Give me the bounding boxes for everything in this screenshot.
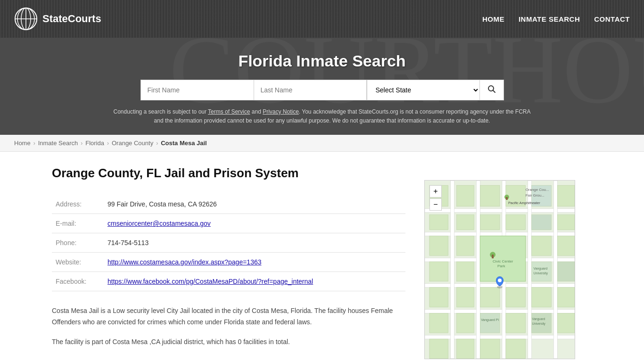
disclaimer-text: Conducting a search is subject to our Te… xyxy=(110,107,534,125)
svg-rect-56 xyxy=(506,313,526,333)
svg-rect-50 xyxy=(532,288,552,307)
svg-text:Park: Park xyxy=(497,264,505,268)
svg-text:University: University xyxy=(532,322,546,326)
svg-rect-31 xyxy=(429,236,448,256)
address-label: Address: xyxy=(52,195,104,214)
address-row: Address: 99 Fair Drive, Costa mesa, CA 9… xyxy=(52,195,405,214)
phone-value: 714-754-5113 xyxy=(104,233,405,253)
address-value: 99 Fair Drive, Costa mesa, CA 92626 xyxy=(104,195,405,214)
email-label: E-mail: xyxy=(52,214,104,233)
svg-rect-9 xyxy=(425,232,575,236)
phone-label: Phone: xyxy=(52,233,104,253)
svg-rect-60 xyxy=(557,313,575,333)
map-controls: + − xyxy=(429,185,442,211)
facebook-row: Facebook: https://www.facebook.com/pg/Co… xyxy=(52,272,405,291)
content-left: Orange County, FL Jail and Prison System… xyxy=(0,152,424,362)
zoom-in-button[interactable]: + xyxy=(429,185,442,197)
svg-line-6 xyxy=(493,90,495,93)
svg-rect-32 xyxy=(457,236,474,256)
breadcrumb-home[interactable]: Home xyxy=(14,140,31,147)
svg-rect-52 xyxy=(429,313,448,333)
svg-rect-39 xyxy=(557,236,575,256)
breadcrumb-sep-4: › xyxy=(156,140,158,147)
svg-rect-29 xyxy=(532,215,552,230)
svg-rect-14 xyxy=(451,181,454,359)
svg-rect-54 xyxy=(480,313,500,333)
svg-rect-18 xyxy=(553,181,557,359)
svg-rect-8 xyxy=(425,209,575,213)
breadcrumb-sep-2: › xyxy=(81,140,83,147)
website-link[interactable]: http://www.costamesaca.gov/index.aspx?pa… xyxy=(107,258,261,266)
svg-rect-26 xyxy=(457,215,474,230)
breadcrumb-inmate-search[interactable]: Inmate Search xyxy=(38,140,78,147)
svg-rect-49 xyxy=(506,288,526,307)
facility-title: Orange County, FL Jail and Prison System xyxy=(52,166,405,181)
website-label: Website: xyxy=(52,253,104,272)
svg-rect-20 xyxy=(457,186,474,207)
svg-rect-12 xyxy=(425,310,575,313)
svg-rect-40 xyxy=(429,262,448,281)
svg-rect-37 xyxy=(492,255,494,259)
svg-rect-38 xyxy=(532,236,552,256)
svg-rect-53 xyxy=(457,313,474,333)
email-link[interactable]: cmseniorcenter@costamesaca.gov xyxy=(107,220,211,227)
privacy-link[interactable]: Privacy Notice xyxy=(263,108,299,115)
svg-rect-48 xyxy=(480,288,500,307)
phone-row: Phone: 714-754-5113 xyxy=(52,233,405,253)
svg-rect-61 xyxy=(429,339,448,359)
first-name-input[interactable] xyxy=(140,80,254,100)
header: StateCourts HOME INMATE SEARCH CONTACT xyxy=(0,0,644,38)
last-name-input[interactable] xyxy=(254,80,367,100)
main-content: Orange County, FL Jail and Prison System… xyxy=(0,152,644,362)
facebook-link[interactable]: https://www.facebook.com/pg/CostaMesaPD/… xyxy=(107,278,313,285)
nav-inmate-search[interactable]: INMATE SEARCH xyxy=(519,15,580,23)
breadcrumb-florida[interactable]: Florida xyxy=(85,140,104,147)
search-icon xyxy=(487,85,496,93)
svg-rect-21 xyxy=(480,186,500,207)
zoom-out-button[interactable]: − xyxy=(429,198,442,211)
map-svg: Civic Center Park Vanguard University xyxy=(425,181,575,359)
svg-rect-15 xyxy=(476,181,480,359)
svg-rect-62 xyxy=(457,339,474,359)
content-right: Civic Center Park Vanguard University xyxy=(424,152,580,362)
breadcrumb-orange-county[interactable]: Orange County xyxy=(112,140,153,147)
terms-link[interactable]: Terms of Service xyxy=(208,108,250,115)
svg-text:Vanguard: Vanguard xyxy=(532,318,545,321)
svg-rect-24 xyxy=(557,186,575,207)
breadcrumb: Home › Inmate Search › Florida › Orange … xyxy=(0,135,644,152)
main-nav: HOME INMATE SEARCH CONTACT xyxy=(482,15,630,23)
svg-rect-25 xyxy=(429,215,448,230)
svg-rect-46 xyxy=(429,288,448,307)
description-1: Costa Mesa Jail is a Low security level … xyxy=(52,305,405,328)
logo-text: StateCourts xyxy=(42,13,101,25)
facebook-label: Facebook: xyxy=(52,272,104,291)
svg-text:University: University xyxy=(534,272,548,275)
logo-area: StateCourts xyxy=(14,7,101,31)
svg-rect-63 xyxy=(480,339,500,359)
svg-rect-41 xyxy=(457,262,474,281)
facility-info-table: Address: 99 Fair Drive, Costa mesa, CA 9… xyxy=(52,195,405,291)
svg-text:Orange Cou...: Orange Cou... xyxy=(526,188,549,192)
svg-rect-69 xyxy=(506,197,508,200)
facebook-value: https://www.facebook.com/pg/CostaMesaPD/… xyxy=(104,272,405,291)
svg-rect-64 xyxy=(506,339,526,359)
svg-text:Vanguard: Vanguard xyxy=(534,267,548,271)
svg-rect-28 xyxy=(506,215,526,230)
search-button[interactable] xyxy=(480,80,504,100)
breadcrumb-sep-1: › xyxy=(33,140,35,147)
svg-text:Vanguard Pl: Vanguard Pl xyxy=(481,319,499,322)
breadcrumb-current: Costa Mesa Jail xyxy=(161,140,207,147)
svg-rect-45 xyxy=(557,262,575,281)
svg-rect-17 xyxy=(528,181,532,359)
nav-home[interactable]: HOME xyxy=(482,15,504,23)
map-container: Civic Center Park Vanguard University xyxy=(424,180,575,359)
svg-rect-13 xyxy=(425,336,575,339)
search-bar: Select State Florida xyxy=(0,80,644,100)
nav-contact[interactable]: CONTACT xyxy=(594,15,630,23)
breadcrumb-sep-3: › xyxy=(107,140,109,147)
email-value: cmseniorcenter@costamesaca.gov xyxy=(104,214,405,233)
state-select[interactable]: Select State Florida xyxy=(367,80,480,100)
svg-rect-27 xyxy=(480,215,500,230)
svg-point-71 xyxy=(498,279,502,282)
hero-title: Florida Inmate Search xyxy=(0,52,644,70)
